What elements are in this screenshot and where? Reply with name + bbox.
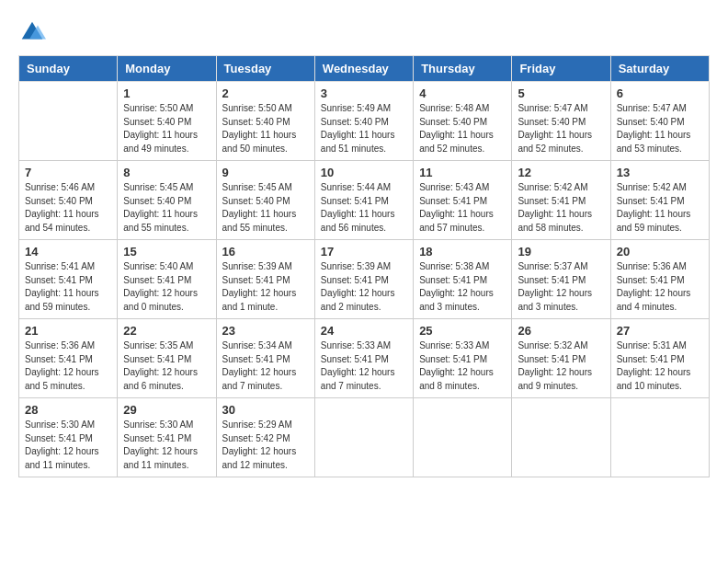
calendar-cell: 10Sunrise: 5:44 AM Sunset: 5:41 PM Dayli…: [314, 161, 413, 240]
calendar-cell: 6Sunrise: 5:47 AM Sunset: 5:40 PM Daylig…: [610, 82, 709, 161]
calendar-week-3: 14Sunrise: 5:41 AM Sunset: 5:41 PM Dayli…: [19, 240, 710, 319]
calendar-table: SundayMondayTuesdayWednesdayThursdayFrid…: [18, 55, 710, 477]
day-number: 9: [222, 166, 309, 179]
day-info: Sunrise: 5:41 AM Sunset: 5:41 PM Dayligh…: [25, 260, 111, 314]
calendar-cell: [19, 82, 118, 161]
day-info: Sunrise: 5:32 AM Sunset: 5:41 PM Dayligh…: [518, 339, 604, 393]
calendar-header-friday: Friday: [512, 56, 610, 82]
day-info: Sunrise: 5:50 AM Sunset: 5:40 PM Dayligh…: [123, 102, 210, 155]
day-number: 1: [123, 86, 210, 100]
day-number: 29: [123, 403, 210, 417]
calendar-cell: 26Sunrise: 5:32 AM Sunset: 5:41 PM Dayli…: [512, 319, 610, 398]
calendar-cell: 21Sunrise: 5:36 AM Sunset: 5:41 PM Dayli…: [19, 319, 118, 398]
calendar-header-wednesday: Wednesday: [314, 56, 413, 82]
day-number: 22: [123, 324, 210, 338]
day-info: Sunrise: 5:30 AM Sunset: 5:41 PM Dayligh…: [123, 419, 210, 472]
day-number: 17: [321, 245, 407, 259]
day-number: 21: [25, 324, 111, 338]
calendar-cell: 29Sunrise: 5:30 AM Sunset: 5:41 PM Dayli…: [118, 398, 216, 477]
day-info: Sunrise: 5:33 AM Sunset: 5:41 PM Dayligh…: [419, 339, 506, 393]
calendar-header-thursday: Thursday: [414, 56, 512, 82]
day-info: Sunrise: 5:45 AM Sunset: 5:40 PM Dayligh…: [123, 181, 210, 235]
calendar-cell: [314, 398, 413, 477]
day-number: 19: [518, 245, 604, 259]
calendar-cell: 15Sunrise: 5:40 AM Sunset: 5:41 PM Dayli…: [118, 240, 216, 319]
calendar-header-sunday: Sunday: [19, 56, 118, 82]
calendar-cell: 11Sunrise: 5:43 AM Sunset: 5:41 PM Dayli…: [414, 161, 512, 240]
day-number: 14: [25, 245, 111, 259]
calendar-cell: 22Sunrise: 5:35 AM Sunset: 5:41 PM Dayli…: [118, 319, 216, 398]
day-info: Sunrise: 5:29 AM Sunset: 5:42 PM Dayligh…: [222, 419, 309, 472]
day-info: Sunrise: 5:36 AM Sunset: 5:41 PM Dayligh…: [617, 260, 703, 314]
day-info: Sunrise: 5:45 AM Sunset: 5:40 PM Dayligh…: [222, 181, 309, 235]
calendar-cell: 5Sunrise: 5:47 AM Sunset: 5:40 PM Daylig…: [512, 82, 610, 161]
calendar-cell: [610, 398, 709, 477]
calendar-cell: 3Sunrise: 5:49 AM Sunset: 5:40 PM Daylig…: [314, 82, 413, 161]
day-number: 23: [222, 324, 309, 338]
day-info: Sunrise: 5:38 AM Sunset: 5:41 PM Dayligh…: [419, 260, 506, 314]
day-number: 26: [518, 324, 604, 338]
day-number: 25: [419, 324, 506, 338]
day-info: Sunrise: 5:39 AM Sunset: 5:41 PM Dayligh…: [321, 260, 407, 314]
day-number: 28: [25, 403, 111, 417]
day-number: 16: [222, 245, 309, 259]
calendar-week-4: 21Sunrise: 5:36 AM Sunset: 5:41 PM Dayli…: [19, 319, 710, 398]
calendar-cell: 25Sunrise: 5:33 AM Sunset: 5:41 PM Dayli…: [414, 319, 512, 398]
day-number: 13: [617, 166, 703, 179]
calendar-cell: 2Sunrise: 5:50 AM Sunset: 5:40 PM Daylig…: [216, 82, 314, 161]
logo: [18, 18, 50, 46]
day-number: 11: [419, 166, 506, 179]
day-number: 5: [518, 86, 604, 100]
day-info: Sunrise: 5:47 AM Sunset: 5:40 PM Dayligh…: [617, 102, 703, 155]
day-number: 20: [617, 245, 703, 259]
page-header: [18, 18, 710, 46]
calendar-cell: 18Sunrise: 5:38 AM Sunset: 5:41 PM Dayli…: [414, 240, 512, 319]
day-info: Sunrise: 5:34 AM Sunset: 5:41 PM Dayligh…: [222, 339, 309, 393]
day-info: Sunrise: 5:49 AM Sunset: 5:40 PM Dayligh…: [321, 102, 407, 155]
day-number: 15: [123, 245, 210, 259]
day-info: Sunrise: 5:47 AM Sunset: 5:40 PM Dayligh…: [518, 102, 604, 155]
day-info: Sunrise: 5:42 AM Sunset: 5:41 PM Dayligh…: [617, 181, 703, 235]
day-info: Sunrise: 5:37 AM Sunset: 5:41 PM Dayligh…: [518, 260, 604, 314]
calendar-header-saturday: Saturday: [610, 56, 709, 82]
day-info: Sunrise: 5:42 AM Sunset: 5:41 PM Dayligh…: [518, 181, 604, 235]
day-number: 10: [321, 166, 407, 179]
day-info: Sunrise: 5:36 AM Sunset: 5:41 PM Dayligh…: [25, 339, 111, 393]
calendar-cell: 12Sunrise: 5:42 AM Sunset: 5:41 PM Dayli…: [512, 161, 610, 240]
calendar-week-1: 1Sunrise: 5:50 AM Sunset: 5:40 PM Daylig…: [19, 82, 710, 161]
calendar-header-monday: Monday: [118, 56, 216, 82]
day-info: Sunrise: 5:39 AM Sunset: 5:41 PM Dayligh…: [222, 260, 309, 314]
calendar-cell: 14Sunrise: 5:41 AM Sunset: 5:41 PM Dayli…: [19, 240, 118, 319]
calendar-week-5: 28Sunrise: 5:30 AM Sunset: 5:41 PM Dayli…: [19, 398, 710, 477]
day-number: 30: [222, 403, 309, 417]
day-number: 2: [222, 86, 309, 100]
day-info: Sunrise: 5:48 AM Sunset: 5:40 PM Dayligh…: [419, 102, 506, 155]
calendar-cell: 1Sunrise: 5:50 AM Sunset: 5:40 PM Daylig…: [118, 82, 216, 161]
day-number: 7: [25, 166, 111, 179]
calendar-header-tuesday: Tuesday: [216, 56, 314, 82]
day-info: Sunrise: 5:50 AM Sunset: 5:40 PM Dayligh…: [222, 102, 309, 155]
calendar-week-2: 7Sunrise: 5:46 AM Sunset: 5:40 PM Daylig…: [19, 161, 710, 240]
calendar-cell: 16Sunrise: 5:39 AM Sunset: 5:41 PM Dayli…: [216, 240, 314, 319]
calendar-cell: 20Sunrise: 5:36 AM Sunset: 5:41 PM Dayli…: [610, 240, 709, 319]
day-info: Sunrise: 5:46 AM Sunset: 5:40 PM Dayligh…: [25, 181, 111, 235]
calendar-cell: 4Sunrise: 5:48 AM Sunset: 5:40 PM Daylig…: [414, 82, 512, 161]
day-number: 6: [617, 86, 703, 100]
day-number: 27: [617, 324, 703, 338]
calendar-cell: 8Sunrise: 5:45 AM Sunset: 5:40 PM Daylig…: [118, 161, 216, 240]
day-number: 24: [321, 324, 407, 338]
calendar-cell: 9Sunrise: 5:45 AM Sunset: 5:40 PM Daylig…: [216, 161, 314, 240]
logo-icon: [18, 18, 46, 46]
day-number: 8: [123, 166, 210, 179]
day-info: Sunrise: 5:43 AM Sunset: 5:41 PM Dayligh…: [419, 181, 506, 235]
calendar-cell: [512, 398, 610, 477]
calendar-cell: 7Sunrise: 5:46 AM Sunset: 5:40 PM Daylig…: [19, 161, 118, 240]
calendar-cell: 28Sunrise: 5:30 AM Sunset: 5:41 PM Dayli…: [19, 398, 118, 477]
day-info: Sunrise: 5:31 AM Sunset: 5:41 PM Dayligh…: [617, 339, 703, 393]
calendar-cell: 13Sunrise: 5:42 AM Sunset: 5:41 PM Dayli…: [610, 161, 709, 240]
day-number: 3: [321, 86, 407, 100]
day-number: 18: [419, 245, 506, 259]
day-number: 12: [518, 166, 604, 179]
calendar-cell: 27Sunrise: 5:31 AM Sunset: 5:41 PM Dayli…: [610, 319, 709, 398]
calendar-cell: [414, 398, 512, 477]
